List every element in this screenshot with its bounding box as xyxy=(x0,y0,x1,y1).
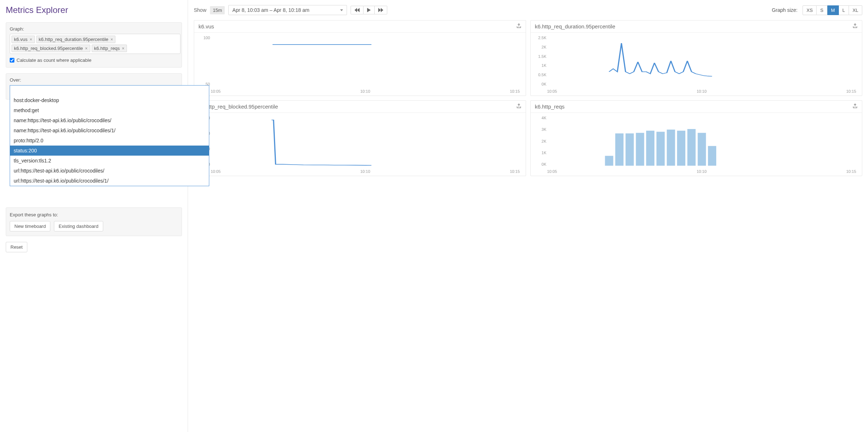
y-axis: 10050 xyxy=(196,36,210,86)
metric-tag[interactable]: k6.http_req_duration.95percentile× xyxy=(36,36,116,43)
chart-body[interactable]: 10050 10:0510:1010:15 xyxy=(194,33,526,96)
export-icon xyxy=(516,104,521,109)
play-icon xyxy=(367,8,371,12)
over-section: Over: host:docker-desktopmethod:getname:… xyxy=(6,73,182,100)
svg-rect-9 xyxy=(698,133,706,166)
x-axis: 10:0510:1010:15 xyxy=(211,169,520,174)
size-l-button[interactable]: L xyxy=(839,5,849,15)
graph-size-label: Graph size: xyxy=(772,7,798,13)
remove-tag-icon[interactable]: × xyxy=(30,37,32,42)
svg-rect-0 xyxy=(605,156,613,166)
over-option[interactable]: host:docker-desktop xyxy=(10,95,209,105)
size-m-button[interactable]: M xyxy=(827,5,839,15)
svg-rect-2 xyxy=(625,133,634,166)
play-button[interactable] xyxy=(364,6,375,14)
toolbar: Show 15m Apr 8, 10:03 am – Apr 8, 10:18 … xyxy=(194,5,862,15)
page-title: Metrics Explorer xyxy=(6,5,182,15)
chart-card: k6.vus 10050 10:0510:1010:15 xyxy=(194,20,526,96)
over-option[interactable]: tls_version:tls1.2 xyxy=(10,156,209,166)
x-axis: 10:0510:1010:15 xyxy=(547,89,856,93)
over-option[interactable]: status:200 xyxy=(10,146,209,156)
remove-tag-icon[interactable]: × xyxy=(122,46,124,51)
over-option[interactable]: name:https://test-api.k6.io/public/croco… xyxy=(10,115,209,125)
metric-tag[interactable]: k6.http_reqs× xyxy=(92,45,127,52)
chart-card: k6.http_reqs 4K3K2K1K0K 10:0510:1010:15 xyxy=(530,100,863,176)
chevron-down-icon xyxy=(340,9,343,11)
chart-header: k6.vus xyxy=(194,20,526,33)
svg-rect-1 xyxy=(615,133,623,166)
metric-tag[interactable]: k6.vus× xyxy=(12,36,35,43)
chart-export-button[interactable] xyxy=(853,104,858,110)
size-s-button[interactable]: S xyxy=(817,5,827,15)
calculate-count-checkbox-row[interactable]: Calculate as count where applicable xyxy=(10,58,178,63)
show-label: Show xyxy=(194,7,206,13)
chart-body[interactable]: 6004002000 10:0510:1010:15 xyxy=(194,113,526,176)
export-icon xyxy=(853,23,858,28)
y-axis: 2.5K2K1.5K1K0.5K0K xyxy=(532,36,547,86)
chart-export-button[interactable] xyxy=(853,23,858,29)
plot-area xyxy=(547,116,856,166)
chart-title: k6.vus xyxy=(198,23,214,29)
export-section: Export these graphs to: New timeboard Ex… xyxy=(6,207,182,236)
over-option[interactable]: url:https://test-api.k6.io/public/crocod… xyxy=(10,176,209,186)
graph-metric-input[interactable]: k6.vus×k6.http_req_duration.95percentile… xyxy=(10,34,181,54)
new-timeboard-button[interactable]: New timeboard xyxy=(10,221,50,231)
export-label: Export these graphs to: xyxy=(10,212,178,217)
chart-header: k6.http_reqs xyxy=(531,101,862,113)
svg-rect-4 xyxy=(646,131,654,166)
plot-area xyxy=(547,36,856,86)
graph-label: Graph: xyxy=(10,26,178,32)
time-range-text: Apr 8, 10:03 am – Apr 8, 10:18 am xyxy=(232,7,309,13)
chart-card: k6.http_req_duration.95percentile 2.5K2K… xyxy=(530,20,863,96)
reset-button[interactable]: Reset xyxy=(6,242,27,252)
export-icon xyxy=(516,23,521,28)
over-option[interactable]: method:get xyxy=(10,105,209,115)
over-option[interactable]: url:https://test-api.k6.io/public/crocod… xyxy=(10,166,209,176)
over-search-input[interactable] xyxy=(13,88,206,93)
x-axis: 10:0510:1010:15 xyxy=(211,89,520,93)
plot-area xyxy=(211,116,520,166)
charts-grid: k6.vus 10050 10:0510:1010:15 k6.http_req… xyxy=(194,20,862,176)
left-panel: Metrics Explorer Graph: k6.vus×k6.http_r… xyxy=(0,0,188,432)
forward-button[interactable] xyxy=(375,6,387,14)
remove-tag-icon[interactable]: × xyxy=(85,46,88,51)
svg-rect-7 xyxy=(677,131,685,166)
svg-rect-3 xyxy=(636,133,644,166)
x-axis: 10:0510:1010:15 xyxy=(547,169,856,174)
over-option[interactable]: name:https://test-api.k6.io/public/croco… xyxy=(10,125,209,135)
playback-controls xyxy=(351,6,387,14)
forward-icon xyxy=(378,8,383,12)
chart-title: k6.http_req_duration.95percentile xyxy=(535,23,616,29)
svg-rect-10 xyxy=(708,146,716,166)
over-dropdown: host:docker-desktopmethod:getname:https:… xyxy=(6,85,213,186)
chart-card: k6.http_req_blocked.95percentile 6004002… xyxy=(194,100,526,176)
metric-tag[interactable]: k6.http_req_blocked.95percentile× xyxy=(12,45,90,52)
chart-body[interactable]: 2.5K2K1.5K1K0.5K0K 10:0510:1010:15 xyxy=(531,33,862,96)
existing-dashboard-button[interactable]: Existing dashboard xyxy=(54,221,103,231)
over-option[interactable]: proto:http/2.0 xyxy=(10,135,209,146)
y-axis: 4K3K2K1K0K xyxy=(532,116,547,166)
chart-body[interactable]: 4K3K2K1K0K 10:0510:1010:15 xyxy=(531,113,862,176)
chart-export-button[interactable] xyxy=(516,23,521,29)
size-xs-button[interactable]: XS xyxy=(803,5,817,15)
size-xl-button[interactable]: XL xyxy=(849,5,862,15)
chart-export-button[interactable] xyxy=(516,104,521,110)
rewind-button[interactable] xyxy=(351,6,364,14)
chart-header: k6.http_req_blocked.95percentile xyxy=(194,101,526,113)
remove-tag-icon[interactable]: × xyxy=(110,37,113,42)
export-icon xyxy=(853,104,858,109)
calculate-count-checkbox[interactable] xyxy=(10,58,14,63)
plot-area xyxy=(211,36,520,86)
rewind-icon xyxy=(355,8,360,12)
svg-rect-8 xyxy=(687,129,695,166)
graph-section: Graph: k6.vus×k6.http_req_duration.95per… xyxy=(6,22,182,68)
svg-rect-5 xyxy=(656,132,664,166)
chart-title: k6.http_reqs xyxy=(535,104,565,110)
time-window-pill[interactable]: 15m xyxy=(210,6,225,14)
chart-header: k6.http_req_duration.95percentile xyxy=(531,20,862,33)
time-range-picker[interactable]: Apr 8, 10:03 am – Apr 8, 10:18 am xyxy=(228,5,347,15)
calculate-count-label: Calculate as count where applicable xyxy=(17,58,91,63)
right-panel: Show 15m Apr 8, 10:03 am – Apr 8, 10:18 … xyxy=(188,0,868,432)
svg-rect-6 xyxy=(667,130,675,166)
graph-size-buttons: XSSMLXL xyxy=(803,5,862,15)
